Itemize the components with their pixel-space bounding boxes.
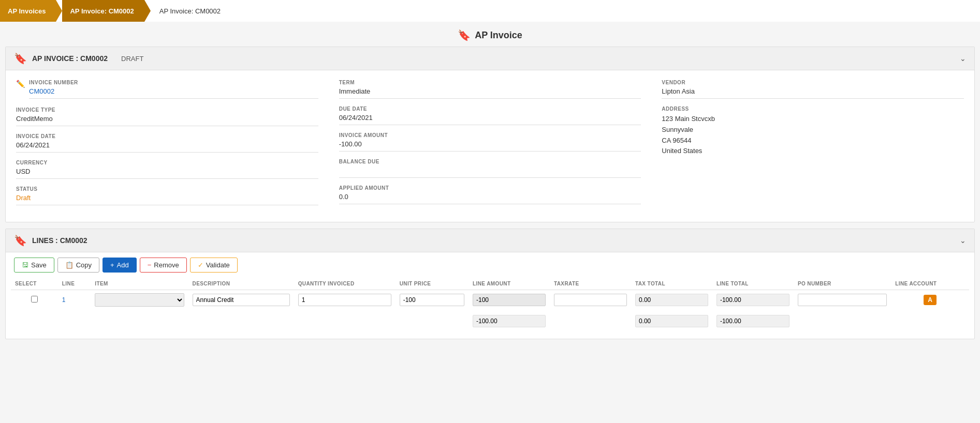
line-account-badge[interactable]: A xyxy=(924,295,937,305)
currency-field: CURRENCY USD xyxy=(16,160,318,179)
col-taxrate: TAXRATE xyxy=(550,278,631,290)
col-line: LINE xyxy=(58,278,91,290)
invoice-date-value: 06/24/2021 xyxy=(16,141,318,153)
lines-panel-title: LINES : CM0002 xyxy=(32,236,87,245)
col-po-number: PO NUMBER xyxy=(794,278,891,290)
invoice-col-1: ✏️ INVOICE NUMBER CM0002 INVOICE TYPE Cr… xyxy=(16,80,318,213)
breadcrumb-current: AP Invoice: CM0002 xyxy=(152,0,231,22)
total-tax xyxy=(635,315,708,327)
col-tax-total: TAX TOTAL xyxy=(631,278,712,290)
term-value: Immediate xyxy=(339,87,641,99)
invoice-panel-header: 🔖 AP INVOICE : CM0002 DRAFT ⌄ xyxy=(6,47,974,70)
copy-button[interactable]: 📋 Copy xyxy=(57,258,99,273)
qty-invoiced-input[interactable] xyxy=(298,294,391,306)
status-field: STATUS Draft xyxy=(16,186,318,205)
add-button[interactable]: + Add xyxy=(103,258,137,273)
invoice-col-3: VENDOR Lipton Asia ADDRESS 123 Main Stcv… xyxy=(662,80,964,213)
status-value: Draft xyxy=(16,194,318,205)
save-icon: 🖫 xyxy=(22,261,28,269)
invoice-type-value: CreditMemo xyxy=(16,115,318,126)
line-number[interactable]: 1 xyxy=(62,296,66,304)
invoice-panel-collapse-icon[interactable]: ⌄ xyxy=(960,54,966,63)
tax-total-input xyxy=(635,294,708,306)
col-line-account: LINE ACCOUNT xyxy=(891,278,969,290)
currency-value: USD xyxy=(16,168,318,179)
validate-icon: ✓ xyxy=(198,261,203,269)
applied-amount-field: APPLIED AMOUNT 0.0 xyxy=(339,185,641,204)
col-item: ITEM xyxy=(91,278,188,290)
address-field: ADDRESS 123 Main Stcvcxb Sunnyvale CA 96… xyxy=(662,106,964,157)
vendor-field: VENDOR Lipton Asia xyxy=(662,80,964,99)
row-checkbox[interactable] xyxy=(31,296,38,303)
address-value: 123 Main Stcvcxb Sunnyvale CA 96544 Unit… xyxy=(662,114,964,157)
remove-button[interactable]: − Remove xyxy=(140,258,187,273)
invoice-form-grid: ✏️ INVOICE NUMBER CM0002 INVOICE TYPE Cr… xyxy=(16,80,964,213)
col-description: DESCRIPTION xyxy=(188,278,294,290)
balance-due-field: BALANCE DUE xyxy=(339,159,641,178)
page-title-area: 🔖 AP Invoice xyxy=(0,22,980,47)
invoice-col-2: TERM Immediate DUE DATE 06/24/2021 INVOI… xyxy=(339,80,641,213)
invoice-panel: 🔖 AP INVOICE : CM0002 DRAFT ⌄ ✏️ INVOICE… xyxy=(5,47,975,222)
balance-due-value xyxy=(339,167,641,178)
invoice-status-badge: DRAFT xyxy=(121,55,143,63)
invoice-panel-body: ✏️ INVOICE NUMBER CM0002 INVOICE TYPE Cr… xyxy=(6,70,974,222)
invoice-bookmark-icon: 🔖 xyxy=(14,52,27,65)
invoice-date-field: INVOICE DATE 06/24/2021 xyxy=(16,133,318,153)
breadcrumb-ap-invoices[interactable]: AP Invoices xyxy=(0,0,56,22)
copy-icon: 📋 xyxy=(65,261,74,269)
due-date-field: DUE DATE 06/24/2021 xyxy=(339,106,641,125)
col-select: SELECT xyxy=(11,278,58,290)
total-line-total xyxy=(716,315,789,327)
totals-row xyxy=(11,310,969,330)
po-number-input[interactable] xyxy=(798,294,887,306)
lines-panel-header: 🔖 LINES : CM0002 ⌄ xyxy=(6,229,974,252)
unit-price-input[interactable] xyxy=(400,294,464,306)
edit-icon[interactable]: ✏️ xyxy=(16,80,25,88)
lines-table-wrapper: SELECT LINE ITEM DESCRIPTION QUANTITY IN… xyxy=(6,278,974,339)
page-title: 🔖 AP Invoice xyxy=(458,29,522,41)
applied-amount-value: 0.0 xyxy=(339,193,641,204)
item-select[interactable] xyxy=(95,293,184,307)
bookmark-icon: 🔖 xyxy=(458,29,471,41)
invoice-number-value[interactable]: CM0002 xyxy=(29,87,318,99)
invoice-amount-field: INVOICE AMOUNT -100.00 xyxy=(339,132,641,152)
lines-table: SELECT LINE ITEM DESCRIPTION QUANTITY IN… xyxy=(11,278,969,330)
col-qty: QUANTITY INVOICED xyxy=(294,278,396,290)
lines-panel-collapse-icon[interactable]: ⌄ xyxy=(960,236,966,245)
invoice-type-field: INVOICE TYPE CreditMemo xyxy=(16,107,318,126)
lines-toolbar: 🖫 Save 📋 Copy + Add − Remove ✓ Validate xyxy=(6,252,974,278)
col-line-total: LINE TOTAL xyxy=(712,278,794,290)
remove-icon: − xyxy=(148,261,152,269)
description-input[interactable] xyxy=(193,294,290,306)
table-row: 1 xyxy=(11,290,969,310)
col-line-amount: LINE AMOUNT xyxy=(469,278,550,290)
invoice-amount-value: -100.00 xyxy=(339,140,641,152)
invoice-number-field: INVOICE NUMBER CM0002 xyxy=(29,80,318,99)
col-unit-price: UNIT PRICE xyxy=(396,278,469,290)
term-field: TERM Immediate xyxy=(339,80,641,99)
breadcrumb-ap-invoice-cm0002[interactable]: AP Invoice: CM0002 xyxy=(62,0,144,22)
line-amount-input[interactable] xyxy=(473,294,546,306)
taxrate-input[interactable] xyxy=(554,294,627,306)
due-date-value: 06/24/2021 xyxy=(339,114,641,125)
breadcrumb: AP Invoices AP Invoice: CM0002 AP Invoic… xyxy=(0,0,980,22)
save-button[interactable]: 🖫 Save xyxy=(14,258,54,273)
lines-panel: 🔖 LINES : CM0002 ⌄ 🖫 Save 📋 Copy + Add −… xyxy=(5,229,975,339)
add-icon: + xyxy=(110,261,114,269)
invoice-panel-title: AP INVOICE : CM0002 xyxy=(32,54,108,63)
lines-bookmark-icon: 🔖 xyxy=(14,234,27,247)
line-total-input xyxy=(716,294,789,306)
vendor-value: Lipton Asia xyxy=(662,87,964,99)
total-line-amount xyxy=(473,315,546,327)
validate-button[interactable]: ✓ Validate xyxy=(190,258,238,273)
